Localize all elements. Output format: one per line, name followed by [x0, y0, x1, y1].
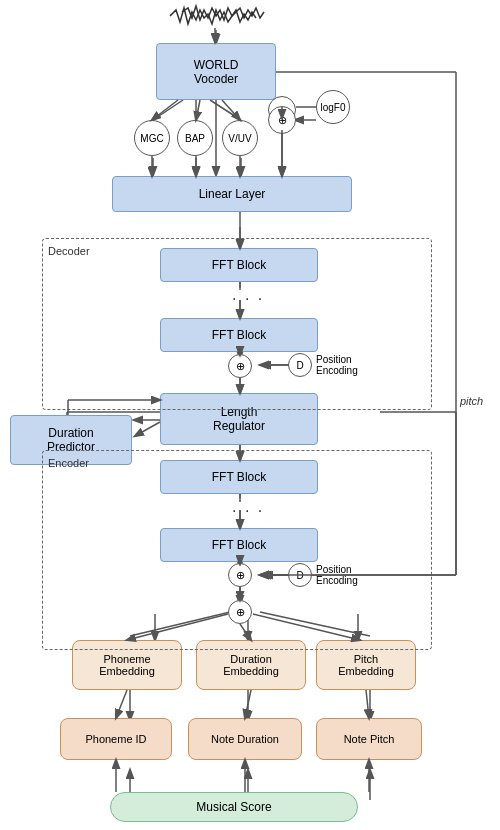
plus-logf0-circle: ⊕ [268, 106, 296, 134]
musical-score-box: Musical Score [110, 792, 358, 822]
svg-line-35 [210, 100, 241, 120]
encoder-dashed-rect [42, 450, 432, 650]
world-vocoder-label: WORLD Vocoder [194, 58, 239, 86]
linear-layer-box: Linear Layer [112, 176, 352, 212]
encoder-label: Encoder [48, 457, 89, 469]
svg-line-74 [116, 690, 127, 718]
note-pitch-label: Note Pitch [344, 733, 395, 745]
phoneme-id-box: Phoneme ID [60, 718, 172, 760]
linear-layer-label: Linear Layer [199, 187, 266, 201]
phoneme-embedding-label: Phoneme Embedding [99, 653, 155, 677]
decoder-label: Decoder [48, 245, 90, 257]
logf0-circle: logF0 [316, 90, 350, 124]
svg-line-76 [366, 690, 369, 718]
vuv-circle: V/UV [222, 120, 258, 156]
svg-line-43 [152, 100, 178, 120]
duration-embedding-label: Duration Embedding [223, 653, 279, 677]
svg-line-44 [196, 100, 200, 120]
world-vocoder-box: WORLD Vocoder [156, 43, 276, 100]
note-duration-label: Note Duration [211, 733, 279, 745]
pitch-label: pitch [460, 395, 483, 407]
svg-line-33 [153, 100, 183, 120]
architecture-diagram: WORLD Vocoder logF0 × ⊕ MGC BAP V/UV Lin… [0, 0, 500, 830]
note-pitch-box: Note Pitch [316, 718, 422, 760]
pitch-embedding-label: Pitch Embedding [338, 653, 394, 677]
note-duration-box: Note Duration [188, 718, 302, 760]
bap-circle: BAP [177, 120, 213, 156]
musical-score-label: Musical Score [196, 800, 271, 814]
svg-line-75 [245, 690, 251, 718]
mgc-circle: MGC [134, 120, 170, 156]
svg-line-58 [135, 422, 160, 436]
waveform [168, 4, 268, 28]
phoneme-id-label: Phoneme ID [85, 733, 146, 745]
decoder-dashed-rect [42, 238, 432, 410]
svg-line-45 [222, 100, 240, 120]
